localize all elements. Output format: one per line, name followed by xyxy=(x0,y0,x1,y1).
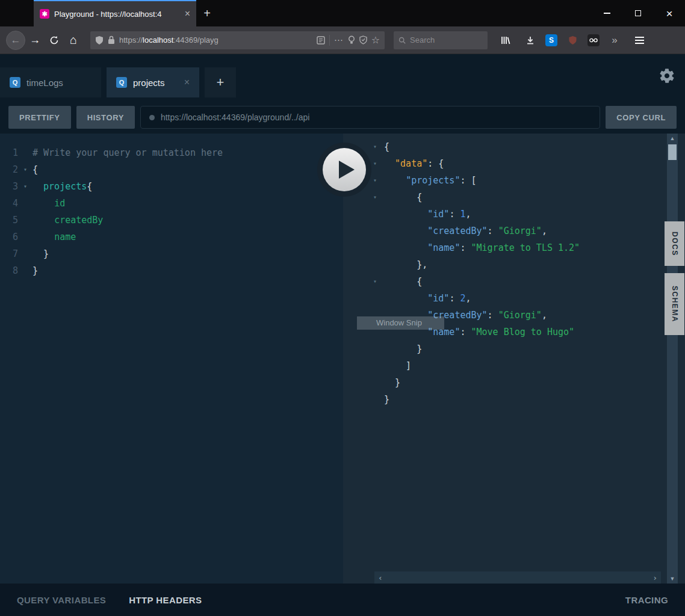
library-icon xyxy=(501,35,510,45)
browser-titlebar: ✱ Playground - https://localhost:4 × + × xyxy=(0,0,685,26)
bookmark-star-icon[interactable]: ☆ xyxy=(371,34,380,46)
downloads-button[interactable] xyxy=(521,31,540,50)
http-headers-tab[interactable]: HTTP HEADERS xyxy=(129,595,202,605)
downloads-icon xyxy=(525,35,535,45)
browser-navbar: ← → ⌂ https://localhost:44369/playg ⋯ ☆ xyxy=(0,26,685,54)
url-bar[interactable]: https://localhost:44369/playg ⋯ ☆ xyxy=(90,31,385,49)
copy-curl-button[interactable]: COPY CURL xyxy=(606,106,677,129)
fold-caret-icon[interactable]: ▾ xyxy=(373,273,384,290)
fold-gutter xyxy=(18,229,33,245)
reader-mode-icon[interactable] xyxy=(317,36,325,45)
query-icon: Q xyxy=(116,77,127,88)
fold-gutter xyxy=(18,245,33,262)
glasses-icon xyxy=(589,38,598,43)
history-button[interactable]: HISTORY xyxy=(76,106,135,129)
play-circle xyxy=(323,148,366,191)
code-line: 7 } xyxy=(0,245,343,262)
close-icon: × xyxy=(666,8,672,19)
results-pane: ▾{▾ "data": {▾ "projects": [▾ { "id": 1,… xyxy=(343,134,685,584)
code-line: ▾ { xyxy=(343,189,685,206)
code-line: 4 id xyxy=(0,195,343,212)
maximize-button[interactable] xyxy=(622,0,654,26)
graphql-favicon-icon: ✱ xyxy=(40,9,49,19)
tracking-shield-icon xyxy=(95,35,104,45)
lightbulb-icon[interactable] xyxy=(348,35,355,45)
code-line: } xyxy=(343,391,685,408)
tracing-tab[interactable]: TRACING xyxy=(625,595,668,605)
tab-projects[interactable]: Q projects × xyxy=(107,67,199,97)
scroll-left-icon[interactable]: ‹ xyxy=(378,573,383,582)
home-icon: ⌂ xyxy=(70,33,77,47)
scroll-down-icon[interactable]: ▼ xyxy=(667,574,678,584)
fold-caret-icon[interactable]: ▾ xyxy=(373,138,384,155)
menu-button[interactable] xyxy=(630,31,649,50)
query-icon: Q xyxy=(10,77,20,88)
playground-tabs: Q timeLogs Q projects × + xyxy=(0,67,236,97)
page-actions-icon[interactable]: ⋯ xyxy=(334,35,344,46)
maximize-icon xyxy=(635,10,641,16)
ublock-shield-icon xyxy=(568,35,577,45)
graphql-playground: Q timeLogs Q projects × + PRETTIFY HISTO… xyxy=(0,54,685,616)
fold-caret-icon[interactable]: ▾ xyxy=(373,172,384,189)
tab-label: projects xyxy=(133,78,165,88)
horizontal-scrollbar[interactable]: ‹› xyxy=(374,571,661,584)
add-tab-button[interactable]: + xyxy=(205,67,236,97)
fold-gutter xyxy=(18,262,33,279)
search-bar[interactable] xyxy=(394,31,488,49)
close-button[interactable]: × xyxy=(654,0,685,26)
code-line: ] xyxy=(343,357,685,374)
settings-button[interactable] xyxy=(659,67,675,84)
schema-tab[interactable]: SCHEMA xyxy=(665,273,684,335)
ublock-button[interactable] xyxy=(563,31,582,50)
scroll-up-icon[interactable]: ▲ xyxy=(667,134,678,143)
code-line: 2▾{ xyxy=(0,161,343,178)
search-input[interactable] xyxy=(410,35,483,45)
playground-footer: QUERY VARIABLES HTTP HEADERS TRACING xyxy=(0,584,685,616)
prettify-button[interactable]: PRETTIFY xyxy=(8,106,71,129)
toolbar-icons: S » xyxy=(496,31,649,50)
docs-tab[interactable]: DOCS xyxy=(665,221,684,266)
fold-caret-icon[interactable]: ▾ xyxy=(18,178,33,195)
fold-gutter xyxy=(18,212,33,229)
refresh-button[interactable] xyxy=(45,31,64,50)
glasses-extension-icon[interactable] xyxy=(587,34,600,46)
code-line: "name": "Migrate to TLS 1.2" xyxy=(343,239,685,256)
new-tab-button[interactable]: + xyxy=(196,0,218,26)
forward-button[interactable]: → xyxy=(25,31,45,50)
back-icon: ← xyxy=(11,34,21,46)
overflow-button[interactable]: » xyxy=(605,31,624,50)
code-line: } xyxy=(343,374,685,391)
screen: ✱ Playground - https://localhost:4 × + ×… xyxy=(0,0,685,616)
back-button[interactable]: ← xyxy=(6,31,25,50)
tab-timelogs[interactable]: Q timeLogs xyxy=(0,67,101,97)
tab-close-icon[interactable]: × xyxy=(184,77,190,88)
scroll-thumb[interactable] xyxy=(668,144,677,160)
hamburger-icon xyxy=(635,37,644,44)
endpoint-field[interactable] xyxy=(140,106,600,129)
query-variables-tab[interactable]: QUERY VARIABLES xyxy=(17,595,106,605)
fold-caret-icon[interactable]: ▾ xyxy=(373,155,384,172)
code-line: ▾ "projects": [ xyxy=(343,172,685,189)
query-editor[interactable]: 1# Write your query or mutation here2▾{3… xyxy=(0,134,343,584)
code-line: ▾ { xyxy=(343,273,685,290)
skype-extension-icon[interactable]: S xyxy=(545,34,557,46)
code-line: "id": 1, xyxy=(343,206,685,223)
tab-close-icon[interactable]: × xyxy=(185,9,190,19)
library-button[interactable] xyxy=(496,31,515,50)
fold-caret-icon[interactable]: ▾ xyxy=(18,161,33,178)
code-line: ▾{ xyxy=(343,138,685,155)
fold-caret-icon[interactable]: ▾ xyxy=(373,189,384,206)
execute-query-button[interactable] xyxy=(317,143,371,197)
fold-gutter xyxy=(18,144,33,161)
shield-check-icon[interactable] xyxy=(359,35,367,45)
endpoint-input[interactable] xyxy=(161,112,591,122)
minimize-button[interactable] xyxy=(591,0,622,26)
window-snip-artifact: Window Snip xyxy=(357,316,444,330)
vertical-scrollbar[interactable]: ▲ ▼ xyxy=(667,134,678,584)
play-icon xyxy=(339,161,355,179)
scroll-right-icon[interactable]: › xyxy=(652,573,657,582)
browser-tab-playground[interactable]: ✱ Playground - https://localhost:4 × xyxy=(34,0,196,26)
home-button[interactable]: ⌂ xyxy=(64,31,83,50)
browser-tab-title: Playground - https://localhost:4 xyxy=(54,10,180,19)
minimize-icon xyxy=(604,13,610,13)
